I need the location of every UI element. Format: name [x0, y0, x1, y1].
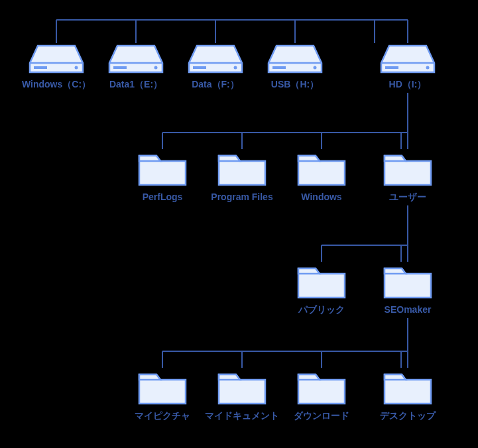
drive-icon [188, 43, 243, 75]
folder-node-perflogs: PerfLogs [126, 149, 199, 202]
drive-label: Data（F:） [192, 79, 239, 91]
folder-icon [216, 368, 268, 406]
folder-label: ユーザー [389, 192, 426, 203]
svg-rect-33 [193, 66, 206, 69]
svg-rect-36 [272, 66, 286, 69]
folder-icon [382, 149, 434, 188]
drive-node-c: Windows（C:） [20, 43, 93, 91]
drive-icon [267, 43, 323, 75]
svg-point-37 [314, 66, 317, 70]
folder-node-users: ユーザー [371, 149, 444, 203]
svg-rect-27 [34, 66, 47, 69]
folder-label: SEOmaker [385, 304, 432, 315]
folder-label: マイピクチャ [135, 410, 190, 422]
svg-rect-39 [385, 66, 398, 69]
drive-label: USB（H:） [271, 79, 319, 91]
folder-node-mypic: マイピクチャ [126, 368, 199, 422]
svg-point-40 [426, 66, 430, 70]
drive-icon [380, 43, 436, 75]
drive-icon [29, 43, 84, 75]
folder-label: Windows [301, 192, 341, 202]
svg-point-28 [75, 66, 78, 70]
folder-icon [137, 368, 188, 406]
folder-node-progfiles: Program Files [206, 149, 278, 202]
folder-label: デスクトップ [380, 410, 436, 422]
drive-label: Data1（E:） [109, 79, 162, 91]
drive-label: HD（I:） [389, 79, 427, 91]
folder-label: Program Files [211, 192, 272, 202]
folder-icon [216, 149, 268, 188]
folder-label: マイドキュメント [205, 410, 279, 422]
folder-label: PerfLogs [143, 192, 183, 202]
folder-node-windows: Windows [285, 149, 358, 202]
drive-node-h: USB（H:） [259, 43, 331, 91]
drive-icon [108, 43, 164, 75]
folder-node-mydoc: マイドキュメント [206, 368, 278, 422]
folder-icon [137, 149, 188, 188]
folder-node-download: ダウンロード [285, 368, 358, 422]
folder-node-desktop: デスクトップ [371, 368, 444, 422]
folder-label: ダウンロード [294, 410, 349, 422]
folder-icon [296, 368, 347, 406]
folder-node-public: パブリック [285, 262, 358, 316]
svg-point-34 [234, 66, 237, 70]
drive-node-i: HD（I:） [371, 43, 444, 91]
folder-icon [382, 262, 434, 300]
drive-node-e: Data1（E:） [99, 43, 172, 91]
folder-node-seomaker: SEOmaker [371, 262, 444, 315]
folder-icon [296, 262, 347, 300]
folder-label: パブリック [298, 304, 345, 316]
folder-icon [296, 149, 347, 188]
drive-node-f: Data（F:） [179, 43, 252, 91]
svg-point-31 [154, 66, 158, 70]
folder-icon [382, 368, 434, 406]
drive-label: Windows（C:） [22, 79, 91, 91]
svg-rect-30 [113, 66, 127, 69]
